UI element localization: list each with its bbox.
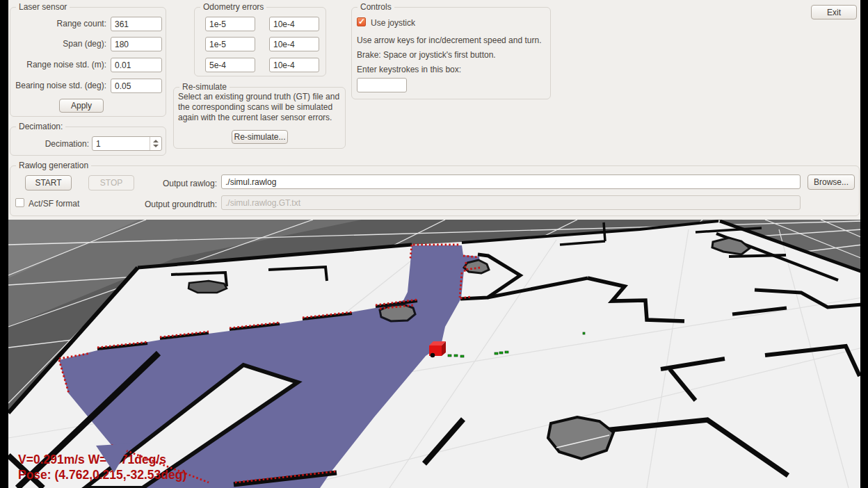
range-noise-label: Range noise std. (m): <box>14 60 106 70</box>
arrows-hint: Use arrow keys for inc/decrement speed a… <box>357 35 541 45</box>
keystrokes-hint: Enter keystrokes in this box: <box>357 65 461 74</box>
odometry-error-input-1[interactable] <box>205 17 255 31</box>
simulator-3d-viewport[interactable]: V=0.291m/s W=-5.71deg/s Pose: (4.762,0.2… <box>0 220 868 488</box>
span-label: Span (deg): <box>14 39 106 49</box>
apply-button[interactable]: Apply <box>59 99 104 113</box>
obstacle-blob-center <box>380 304 415 321</box>
use-joystick-checkbox[interactable] <box>357 17 366 26</box>
output-rawlog-input[interactable] <box>221 174 801 189</box>
act-sf-checkbox[interactable] <box>15 198 24 207</box>
exit-button[interactable]: Exit <box>811 5 857 19</box>
start-button[interactable]: START <box>25 175 72 190</box>
range-count-input[interactable] <box>111 17 162 31</box>
range-noise-input[interactable] <box>111 58 162 72</box>
left-black-bar <box>0 0 8 488</box>
decimation-spinner[interactable]: 1 <box>92 136 162 151</box>
browse-button[interactable]: Browse... <box>807 174 855 190</box>
robot-wheel <box>431 353 435 358</box>
odometry-error-input-2[interactable] <box>269 17 319 31</box>
use-joystick-label: Use joystick <box>371 18 415 28</box>
rawlog-generation-title: Rawlog generation <box>16 161 91 170</box>
act-sf-label: Act/SF format <box>29 199 79 209</box>
laser-sensor-title: Laser sensor <box>16 2 70 12</box>
decimation-title: Decimation: <box>16 122 65 131</box>
decimation-label: Decimation: <box>14 139 89 149</box>
controls-title: Controls <box>357 2 394 12</box>
odometry-error-input-6[interactable] <box>269 58 319 72</box>
decimation-spinner-arrows[interactable] <box>150 137 161 150</box>
spinner-up-icon[interactable] <box>153 140 159 143</box>
output-groundtruth-input <box>221 195 801 210</box>
output-rawlog-label: Output rawlog: <box>147 179 217 188</box>
decimation-value[interactable]: 1 <box>96 139 101 149</box>
odometry-errors-title: Odometry errors <box>200 2 266 12</box>
resimulate-title: Re-simulate <box>179 82 230 92</box>
span-input[interactable] <box>111 37 162 51</box>
odometry-error-input-4[interactable] <box>269 37 319 51</box>
odometry-error-input-5[interactable] <box>205 58 255 72</box>
obstacle-blob-left <box>188 281 227 293</box>
spinner-down-icon[interactable] <box>153 145 159 147</box>
right-black-bar <box>860 0 868 488</box>
odometry-error-input-3[interactable] <box>205 37 255 51</box>
bearing-noise-label: Bearing noise std. (deg): <box>14 81 106 90</box>
hud-pose-text: Pose: (4.762,0.215,-32.53deg) <box>18 468 186 482</box>
resimulate-description: Select an existing ground truth (GT) fil… <box>178 92 341 123</box>
brake-hint: Brake: Space or joystick's first button. <box>357 50 496 60</box>
bearing-noise-input[interactable] <box>111 79 162 93</box>
range-count-label: Range count: <box>14 19 106 29</box>
keystroke-input[interactable] <box>357 78 407 92</box>
stop-button[interactable]: STOP <box>88 175 134 190</box>
resimulate-button[interactable]: Re-simulate... <box>232 130 288 144</box>
output-groundtruth-label: Output groundtruth: <box>134 200 217 209</box>
hud-velocity-text: V=0.291m/s W=-5.71deg/s <box>18 453 166 466</box>
